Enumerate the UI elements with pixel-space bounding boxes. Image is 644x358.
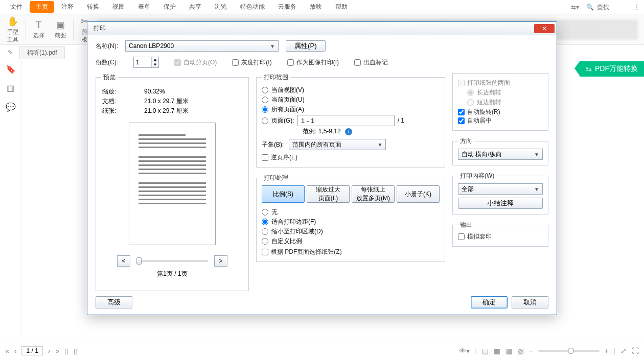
advanced-button[interactable]: 高级 (96, 296, 132, 308)
zoom-out-button[interactable]: − (529, 347, 533, 355)
range-current-view[interactable]: 当前视图(V) (262, 86, 440, 94)
preview-paper-label: 纸张: (102, 106, 126, 116)
preview-paper-value: 21.0 x 29.7 厘米 (144, 106, 189, 116)
range-pages-radio[interactable] (262, 117, 268, 124)
view-single-icon[interactable]: ▤ (482, 347, 489, 355)
range-legend: 打印范围 (262, 73, 290, 82)
search-input[interactable] (596, 3, 627, 11)
view-facing-icon[interactable]: ▦ (505, 347, 512, 355)
print-as-image-checkbox[interactable]: 作为图像打印(I) (287, 58, 339, 67)
range-current-page[interactable]: 当前页面(U) (262, 96, 440, 104)
scale-shrink[interactable]: 缩小至打印区域(D) (262, 227, 440, 236)
comment-icon[interactable]: 💬 (6, 102, 16, 112)
orientation-fieldset: 方向 自动 横向/纵向▼ (452, 137, 548, 165)
menu-convert[interactable]: 转换 (81, 1, 105, 13)
summarize-comments-button[interactable]: 小结注释 (458, 198, 543, 209)
spin-down[interactable]: ▼ (152, 62, 158, 67)
bookmark-icon[interactable]: 🔖 (6, 64, 16, 74)
view-cont-icon[interactable]: ▥ (494, 347, 500, 355)
spin-up[interactable]: ▲ (152, 57, 158, 62)
zoom-in-button[interactable]: + (605, 347, 609, 355)
file-tab[interactable]: 福昕(1).pdf (19, 46, 65, 59)
search-box[interactable]: 🔍 (586, 3, 627, 11)
menu-features[interactable]: 特色功能 (234, 1, 271, 13)
scale-fit-margins[interactable]: 适合打印边距(F) (262, 218, 440, 226)
tool-hand[interactable]: ✋手型 工具 (4, 16, 21, 43)
subset-select[interactable]: 范围内的所有页面▼ (289, 139, 386, 150)
pdf-convert-badge[interactable]: ⇆ PDF万能转换 (580, 61, 644, 77)
bleed-checkbox[interactable]: 出血标记 (354, 58, 388, 67)
prev-page-button[interactable]: ‹ (14, 347, 17, 355)
menu-cloud[interactable]: 云服务 (272, 1, 303, 13)
chevron-down-icon: ▼ (270, 43, 275, 49)
close-button[interactable]: ✕ (534, 24, 555, 33)
printer-select[interactable]: Canon LBP2900 ▼ (125, 40, 279, 52)
range-example: 范例: 1,5-9,12 (303, 127, 341, 136)
auto-rotate-checkbox[interactable]: 自动旋转(R) (458, 108, 543, 116)
edit-icon[interactable]: ✎ (4, 46, 16, 59)
settings-icon[interactable]: ⇆▾ (571, 4, 579, 11)
tool-select[interactable]: Ꭲ选择 (30, 20, 48, 39)
simulate-overprint-checkbox[interactable]: 模拟套印 (458, 232, 543, 241)
chevron-down-icon: ▼ (534, 186, 539, 192)
copies-input[interactable] (134, 57, 151, 67)
preview-prev-button[interactable]: < (117, 255, 130, 267)
dialog-titlebar[interactable]: 打印 ✕ (87, 22, 557, 35)
collate-checkbox[interactable]: 自动分页(O) (174, 58, 217, 67)
menu-protect[interactable]: 保护 (157, 1, 182, 13)
seg-fit-large[interactable]: 缩放过大 页面(L) (307, 185, 350, 203)
search-icon: 🔍 (586, 4, 594, 11)
menu-view[interactable]: 视图 (106, 1, 131, 13)
menu-browse[interactable]: 浏览 (209, 1, 233, 13)
reverse-order-checkbox[interactable]: 逆页序(E) (262, 153, 440, 162)
output-fieldset: 输出 模拟套印 (452, 221, 548, 247)
printer-properties-button[interactable]: 属性(P) (286, 40, 326, 52)
last-page-button[interactable]: » (56, 347, 60, 355)
fullscreen-icon[interactable]: ⛶ (632, 347, 639, 355)
orientation-select[interactable]: 自动 横向/纵向▼ (458, 149, 543, 160)
next-page-button[interactable]: › (48, 347, 51, 355)
info-icon[interactable]: i (345, 128, 352, 135)
grayscale-checkbox[interactable]: 灰度打印(I) (232, 58, 271, 67)
visibility-icon[interactable]: 👁▾ (459, 347, 470, 355)
zoom-slider[interactable] (538, 350, 600, 352)
layout-icon-2[interactable]: ▯ (74, 347, 78, 355)
menu-help[interactable]: 帮助 (329, 1, 354, 13)
page-indicator[interactable]: 1 / 1 (21, 346, 42, 355)
choose-paper-by-pdf-checkbox[interactable]: 根据 PDF页面选择纸张(Z) (262, 248, 440, 256)
tool-screenshot[interactable]: ▣截图 (52, 19, 69, 39)
range-pages-input[interactable] (297, 115, 395, 126)
copies-spinner[interactable]: ▲▼ (133, 57, 159, 68)
preview-doc-label: 文档: (102, 97, 126, 106)
cancel-button[interactable]: 取消 (512, 296, 548, 308)
seg-multi-page[interactable]: 每张纸上 放置多页(M) (352, 185, 395, 203)
view-cover-icon[interactable]: ▧ (517, 347, 524, 355)
preview-slider[interactable] (136, 260, 208, 262)
process-legend: 打印处理 (262, 174, 290, 182)
menu-share[interactable]: 共享 (183, 1, 208, 13)
menu-file[interactable]: 文件 (4, 1, 29, 13)
ok-button[interactable]: 确定 (471, 296, 508, 308)
first-page-button[interactable]: « (5, 347, 9, 355)
layout-icon-1[interactable]: ▯ (64, 347, 68, 355)
scale-none[interactable]: 无 (262, 208, 440, 217)
print-range-fieldset: 打印范围 当前视图(V) 当前页面(U) 所有页面(A) 页面(G): / 1 … (256, 73, 445, 168)
seg-booklet[interactable]: 小册子(K) (397, 185, 440, 203)
menu-form[interactable]: 表单 (132, 1, 156, 13)
menu-slideshow[interactable]: 放映 (304, 1, 328, 13)
pages-icon[interactable]: ▥ (7, 83, 14, 93)
menu-home[interactable]: 主页 (30, 1, 54, 13)
print-both-sides-checkbox[interactable]: 打印纸张的两面 (458, 79, 543, 87)
content-select[interactable]: 全部▼ (458, 183, 543, 195)
print-dialog: 打印 ✕ 名称(N): Canon LBP2900 ▼ 属性(P) 份数(C):… (87, 21, 557, 315)
menu-annotate[interactable]: 注释 (55, 1, 80, 13)
scale-custom[interactable]: 自定义比例 (262, 237, 440, 246)
auto-center-checkbox[interactable]: 自动居中 (458, 116, 543, 125)
orientation-legend: 方向 (458, 137, 474, 146)
print-content-fieldset: 打印内容(W) 全部▼ 小结注释 (452, 172, 548, 214)
seg-scale[interactable]: 比例(S) (262, 185, 305, 203)
fit-width-icon[interactable]: ⤢ (620, 347, 627, 355)
preview-next-button[interactable]: > (214, 255, 227, 267)
range-all-pages[interactable]: 所有页面(A) (262, 105, 440, 114)
more-icon[interactable]: ⋮ (634, 4, 640, 11)
